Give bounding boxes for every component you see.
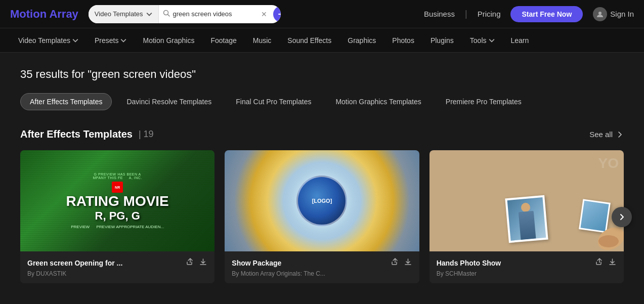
header-nav: Business | Pricing Start Free Now Sign I…: [424, 6, 634, 22]
card-actions-3: [594, 257, 617, 268]
nav-label-video-templates: Video Templates: [18, 36, 70, 45]
section-count: | 19: [139, 129, 154, 140]
card1-top-text: G PREVIEW HAS BEEN AMPANY THIS FE A, INC…: [93, 172, 142, 180]
nav-item-graphics[interactable]: Graphics: [339, 28, 384, 53]
see-all-link[interactable]: See all: [589, 130, 624, 139]
nav-label-photos: Photos: [392, 36, 414, 45]
card-author-1: By DUXASTIK: [27, 270, 207, 277]
download-button-1[interactable]: [199, 257, 207, 268]
share-button-1[interactable]: [185, 257, 194, 268]
search-container: Video Templates ✕: [89, 5, 281, 23]
card1-rating-movie: RATING MOVIE: [66, 194, 169, 209]
start-free-button[interactable]: Start Free Now: [510, 6, 583, 22]
filter-tab-premiere[interactable]: Premiere Pro Templates: [436, 93, 531, 110]
nav-label-presets: Presets: [95, 36, 118, 45]
photo-person-body: [519, 211, 536, 240]
cards-container: G PREVIEW HAS BEEN AMPANY THIS FE A, INC…: [20, 150, 624, 283]
clear-search-button[interactable]: ✕: [261, 11, 267, 18]
sign-in-button[interactable]: Sign In: [593, 7, 634, 21]
card2-logo-text: [LOGO]: [312, 198, 332, 204]
chevron-right-carousel-icon: [617, 212, 626, 222]
chevron-down-presets-icon: [120, 37, 126, 44]
section-header: After Effects Templates | 19 See all: [20, 128, 624, 140]
card-info-row-2: Show Package: [232, 257, 412, 268]
nav-divider: |: [465, 9, 467, 19]
search-input[interactable]: [173, 10, 258, 18]
search-go-button[interactable]: [273, 6, 281, 22]
card-green-screen[interactable]: G PREVIEW HAS BEEN AMPANY THIS FE A, INC…: [20, 150, 214, 283]
nav-item-learn[interactable]: Learn: [503, 28, 537, 53]
header: Motion Array Video Templates ✕ Business …: [0, 0, 644, 28]
share-button-3[interactable]: [594, 257, 603, 268]
card-info-3: Hands Photo Show By SCHMaster: [430, 251, 624, 283]
card1-ratings: R, PG, G: [95, 209, 140, 223]
card-thumb-3: YO: [430, 150, 624, 251]
card-show-package[interactable]: [LOGO] Show Package By Motion Array O: [225, 150, 419, 283]
card-name-1: Green screen Opening for ...: [27, 259, 122, 267]
logo[interactable]: Motion Array: [10, 8, 78, 21]
card-info-2: Show Package By Motion Array Originals: …: [225, 251, 419, 283]
carousel-next-button[interactable]: [612, 207, 632, 227]
filter-tab-motion-graphics[interactable]: Motion Graphics Templates: [326, 93, 431, 110]
card-thumb-1: G PREVIEW HAS BEEN AMPANY THIS FE A, INC…: [20, 150, 214, 251]
card1-bottom: PREVIEW PREVIEW APPROPRIATE AUDIEN...: [71, 225, 164, 229]
filter-tab-davinci[interactable]: Davinci Resolve Templates: [117, 93, 221, 110]
svg-point-2: [598, 12, 602, 15]
nav-item-motion-graphics[interactable]: Motion Graphics: [135, 28, 202, 53]
results-summary: 35 results for "green screen videos": [20, 68, 624, 81]
nav-item-music[interactable]: Music: [245, 28, 280, 53]
chevron-down-nav-icon: [72, 37, 78, 44]
photo-card-item: [505, 195, 548, 243]
yo-text: YO: [598, 155, 619, 171]
nav-item-sound-effects[interactable]: Sound Effects: [279, 28, 339, 53]
photo-card-img: [507, 197, 546, 241]
section-title: After Effects Templates | 19: [20, 128, 154, 140]
card-actions-1: [185, 257, 207, 268]
avatar-icon: [593, 7, 607, 21]
nav-label-tools: Tools: [470, 36, 487, 45]
pricing-link[interactable]: Pricing: [478, 10, 501, 18]
nav-item-tools[interactable]: Tools: [462, 28, 503, 53]
nav-label-footage: Footage: [210, 36, 236, 45]
search-dropdown[interactable]: Video Templates: [89, 5, 159, 23]
nav-item-footage[interactable]: Footage: [202, 28, 244, 53]
nav-item-photos[interactable]: Photos: [384, 28, 422, 53]
search-dropdown-label: Video Templates: [95, 10, 143, 18]
download-button-2[interactable]: [404, 257, 412, 268]
chevron-right-icon: [616, 131, 624, 139]
nav-label-motion-graphics: Motion Graphics: [143, 36, 194, 45]
filter-tab-final-cut[interactable]: Final Cut Pro Templates: [226, 93, 321, 110]
svg-point-4: [598, 235, 619, 247]
card-name-3: Hands Photo Show: [437, 259, 501, 267]
nav-label-learn: Learn: [511, 36, 529, 45]
card2-logo-circle: [LOGO]: [296, 176, 347, 226]
filter-tabs: After Effects Templates Davinci Resolve …: [20, 93, 624, 110]
sign-in-label: Sign In: [610, 10, 634, 18]
nav-item-presets[interactable]: Presets: [87, 28, 135, 53]
nav-label-graphics: Graphics: [348, 36, 376, 45]
card-info-row-3: Hands Photo Show: [437, 257, 617, 268]
filter-tab-after-effects[interactable]: After Effects Templates: [20, 93, 112, 110]
card1-content: G PREVIEW HAS BEEN AMPANY THIS FE A, INC…: [20, 150, 214, 251]
share-button-2[interactable]: [390, 257, 399, 268]
card-actions-2: [390, 257, 412, 268]
nav-label-plugins: Plugins: [431, 36, 454, 45]
nav-item-video-templates[interactable]: Video Templates: [10, 28, 87, 53]
chevron-down-icon: [146, 11, 152, 17]
card-author-3: By SCHMaster: [437, 270, 617, 277]
search-icon: [163, 10, 170, 18]
chevron-down-tools-icon: [489, 37, 495, 44]
nav-label-sound-effects: Sound Effects: [287, 36, 331, 45]
card-thumb-2: [LOGO]: [225, 150, 419, 251]
nav-item-plugins[interactable]: Plugins: [422, 28, 462, 53]
business-link[interactable]: Business: [424, 10, 455, 18]
card-author-2: By Motion Array Originals: The C...: [232, 270, 412, 277]
search-input-wrap: ✕: [159, 10, 271, 18]
download-button-3[interactable]: [608, 257, 617, 268]
nav-bar: Video Templates Presets Motion Graphics …: [0, 28, 644, 53]
card-info-row-1: Green screen Opening for ...: [27, 257, 207, 268]
card-name-2: Show Package: [232, 259, 281, 267]
nav-label-music: Music: [253, 36, 272, 45]
card-info-1: Green screen Opening for ... By DUXASTIK: [20, 251, 214, 283]
card-hands-photo[interactable]: YO Hands Photo Show By SCHMaster: [430, 150, 624, 283]
